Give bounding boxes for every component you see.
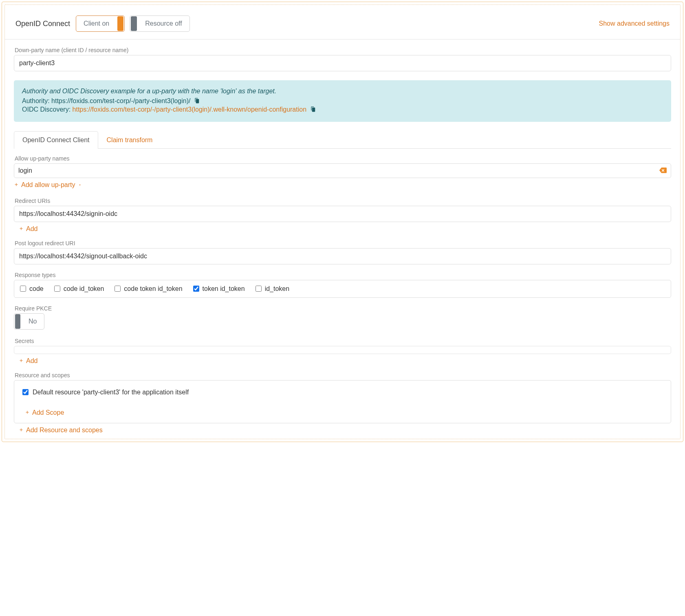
- resource-toggle-label: Resource off: [138, 20, 189, 27]
- plus-icon: [25, 409, 30, 416]
- plus-icon: [19, 357, 24, 365]
- tabs: OpenID Connect Client Claim transform: [14, 131, 671, 149]
- response-type-option[interactable]: code id_token: [54, 285, 104, 293]
- response-type-option[interactable]: code: [20, 285, 44, 293]
- divider: [5, 39, 680, 40]
- default-resource-checkbox[interactable]: [22, 389, 29, 395]
- toggle-knob: [117, 16, 123, 31]
- add-resource-scopes-button[interactable]: Add Resource and scopes: [14, 427, 103, 434]
- allow-up-party-block: Allow up-party names login Add allow up-…: [14, 155, 671, 189]
- response-type-checkbox[interactable]: [115, 286, 121, 292]
- delete-icon[interactable]: [659, 167, 667, 174]
- response-types-label: Response types: [15, 272, 671, 278]
- require-pkce-toggle[interactable]: No: [14, 313, 44, 330]
- redirect-uri-input[interactable]: [14, 206, 671, 222]
- default-resource-text: Default resource 'party-client3' for the…: [33, 389, 189, 396]
- tab-openid-client[interactable]: OpenID Connect Client: [14, 131, 98, 149]
- discovery-label: OIDC Discovery:: [22, 106, 73, 113]
- tab-claim-transform[interactable]: Claim transform: [98, 131, 161, 149]
- allow-up-party-label: Allow up-party names: [15, 155, 671, 162]
- response-type-label: id_token: [265, 285, 290, 293]
- add-secret-label: Add: [26, 357, 37, 365]
- add-secret-button[interactable]: Add: [14, 357, 37, 365]
- response-type-checkbox[interactable]: [193, 286, 199, 292]
- add-allow-up-party-label: Add allow up-party: [21, 181, 75, 189]
- response-type-label: token id_token: [203, 285, 245, 293]
- party-name-label: Down-party name (client ID / resource na…: [15, 47, 671, 53]
- add-resource-scopes-label: Add Resource and scopes: [26, 427, 103, 434]
- response-type-checkbox[interactable]: [54, 286, 60, 292]
- require-pkce-value: No: [21, 318, 44, 325]
- secrets-block: Secrets Add: [14, 338, 671, 365]
- add-redirect-uri-button[interactable]: Add: [14, 225, 37, 233]
- plus-icon: [19, 225, 24, 233]
- response-type-checkbox[interactable]: [255, 286, 262, 292]
- add-redirect-uri-label: Add: [26, 225, 37, 233]
- authority-label: Authority:: [22, 97, 51, 104]
- clipboard-icon[interactable]: [194, 98, 200, 105]
- allow-up-party-value: login: [18, 167, 32, 174]
- client-toggle[interactable]: Client on: [76, 15, 125, 32]
- plus-icon: [14, 181, 19, 189]
- toggle-knob: [15, 314, 20, 329]
- secrets-label: Secrets: [15, 338, 671, 344]
- add-scope-label: Add Scope: [32, 409, 64, 416]
- toggle-knob: [131, 16, 137, 31]
- post-logout-input[interactable]: [14, 248, 671, 264]
- client-toggle-label: Client on: [76, 20, 117, 27]
- redirect-uris-block: Redirect URIs Add: [14, 198, 671, 233]
- resource-scopes-block: Resource and scopes Default resource 'pa…: [14, 372, 671, 434]
- response-type-option[interactable]: code token id_token: [115, 285, 182, 293]
- party-name-block: Down-party name (client ID / resource na…: [14, 47, 671, 71]
- plus-icon: [19, 427, 24, 434]
- post-logout-label: Post logout redirect URI: [15, 240, 671, 246]
- response-types-row: codecode id_tokencode token id_tokentoke…: [14, 280, 671, 298]
- info-box: Authority and OIDC Discovery example for…: [14, 80, 671, 122]
- response-type-label: code: [29, 285, 44, 293]
- resource-scopes-label: Resource and scopes: [15, 372, 671, 378]
- add-scope-button[interactable]: Add Scope: [25, 409, 64, 416]
- response-type-option[interactable]: token id_token: [193, 285, 245, 293]
- show-advanced-settings-link[interactable]: Show advanced settings: [599, 20, 670, 27]
- add-allow-up-party-button[interactable]: Add allow up-party: [14, 181, 82, 189]
- redirect-uris-label: Redirect URIs: [15, 198, 671, 204]
- response-types-block: Response types codecode id_tokencode tok…: [14, 272, 671, 298]
- party-name-input[interactable]: [14, 55, 671, 71]
- page-title: OpenID Connect: [15, 20, 70, 28]
- secrets-list: [14, 346, 671, 354]
- clipboard-icon[interactable]: [310, 106, 316, 114]
- caret-down-icon: [78, 181, 82, 189]
- discovery-link[interactable]: https://foxids.com/test-corp/-/party-cli…: [73, 106, 306, 113]
- resource-toggle[interactable]: Resource off: [130, 15, 189, 32]
- post-logout-block: Post logout redirect URI: [14, 240, 671, 264]
- info-intro: Authority and OIDC Discovery example for…: [22, 88, 663, 95]
- authority-value: https://foxids.com/test-corp/-/party-cli…: [51, 97, 190, 104]
- response-type-label: code token id_token: [124, 285, 182, 293]
- response-type-label: code id_token: [64, 285, 104, 293]
- response-type-option[interactable]: id_token: [255, 285, 290, 293]
- header: OpenID Connect Client on Resource off Sh…: [13, 13, 672, 37]
- require-pkce-label: Require PKCE: [15, 305, 671, 312]
- response-type-checkbox[interactable]: [20, 286, 26, 292]
- require-pkce-block: Require PKCE No: [14, 305, 671, 330]
- allow-up-party-item: login: [14, 164, 671, 178]
